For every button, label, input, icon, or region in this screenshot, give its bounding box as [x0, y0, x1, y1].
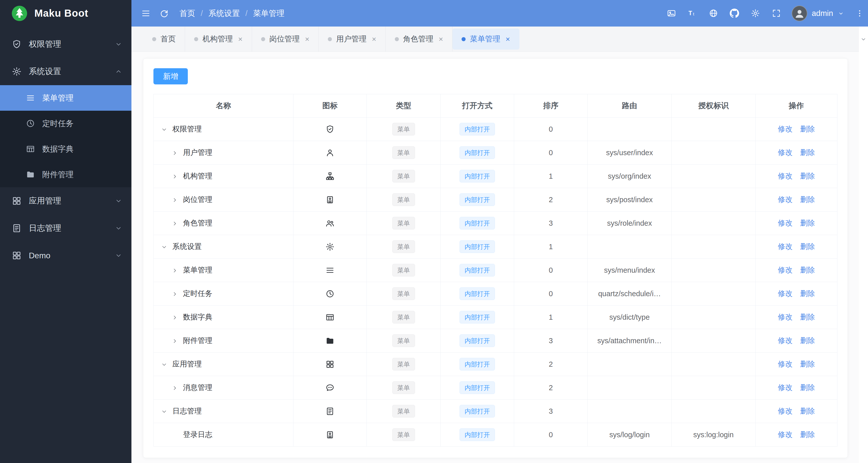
delete-link[interactable]: 删除: [800, 407, 815, 415]
edit-link[interactable]: 修改: [778, 383, 793, 392]
delete-link[interactable]: 删除: [800, 195, 815, 204]
edit-link[interactable]: 修改: [778, 407, 793, 415]
breadcrumb-item[interactable]: 首页: [180, 8, 195, 19]
screenshot-icon[interactable]: [667, 9, 676, 18]
auth-value: [672, 235, 755, 258]
open-type-tag: 内部打开: [460, 428, 495, 441]
tab[interactable]: 角色管理 ×: [386, 27, 453, 52]
route-value: [588, 400, 672, 423]
tab[interactable]: 用户管理 ×: [319, 27, 386, 52]
expand-icon[interactable]: [172, 385, 183, 392]
edit-link[interactable]: 修改: [778, 336, 793, 344]
right-rail: [859, 27, 868, 463]
add-button[interactable]: 新增: [153, 68, 188, 84]
expand-icon[interactable]: [161, 126, 173, 133]
expand-icon[interactable]: [161, 361, 173, 368]
route-value: [588, 118, 672, 141]
delete-link[interactable]: 删除: [800, 383, 815, 392]
edit-link[interactable]: 修改: [778, 360, 793, 368]
sidebar-subitem-label: 数据字典: [42, 144, 131, 154]
tab-close-icon[interactable]: ×: [238, 35, 243, 43]
collapse-sidebar-icon[interactable]: [141, 9, 151, 18]
sidebar-item[interactable]: 应用管理: [0, 187, 131, 215]
refresh-icon[interactable]: [159, 9, 169, 18]
edit-link[interactable]: 修改: [778, 172, 793, 180]
delete-link[interactable]: 删除: [800, 266, 815, 274]
table-row: 数据字典 菜单 内部打开 1 sys/dict/type 修改删除: [154, 306, 837, 329]
delete-link[interactable]: 删除: [800, 289, 815, 298]
edit-link[interactable]: 修改: [778, 430, 793, 438]
route-value: quartz/schedule/i…: [588, 282, 672, 306]
edit-link[interactable]: 修改: [778, 148, 793, 156]
tab[interactable]: 菜单管理 ×: [453, 29, 520, 50]
delete-link[interactable]: 删除: [800, 313, 815, 321]
expand-icon[interactable]: [172, 314, 183, 321]
route-value: sys/org/index: [588, 164, 672, 188]
edit-link[interactable]: 修改: [778, 125, 793, 133]
sidebar-item[interactable]: 系统设置: [0, 58, 131, 85]
delete-link[interactable]: 删除: [800, 242, 815, 250]
sidebar-submenu: 菜单管理 定时任务 数据字典 附件管理: [0, 85, 131, 187]
sidebar-menu: 权限管理 系统设置 菜单管理 定时任务 数据字典: [0, 27, 131, 463]
delete-link[interactable]: 删除: [800, 360, 815, 368]
tab-dot-icon: [261, 37, 265, 41]
sidebar-subitem[interactable]: 菜单管理: [0, 85, 131, 111]
language-icon[interactable]: [709, 9, 718, 18]
open-type-tag: 内部打开: [460, 287, 495, 300]
expand-icon[interactable]: [172, 150, 183, 156]
sidebar-subitem[interactable]: 数据字典: [0, 136, 131, 162]
expand-icon[interactable]: [161, 408, 173, 415]
post-icon: [325, 430, 335, 439]
sidebar-item[interactable]: 权限管理: [0, 31, 131, 58]
expand-icon[interactable]: [172, 220, 183, 227]
expand-icon[interactable]: [172, 267, 183, 274]
table-row: 系统设置 菜单 内部打开 1 修改删除: [154, 235, 837, 258]
table-row: 定时任务 菜单 内部打开 0 quartz/schedule/i… 修改删除: [154, 282, 837, 306]
edit-link[interactable]: 修改: [778, 219, 793, 227]
delete-link[interactable]: 删除: [800, 148, 815, 156]
user-menu[interactable]: admin: [792, 5, 844, 21]
column-header: 类型: [367, 94, 441, 118]
edit-link[interactable]: 修改: [778, 266, 793, 274]
sidebar-subitem-label: 附件管理: [42, 169, 131, 180]
tab-close-icon[interactable]: ×: [305, 35, 310, 43]
type-tag: 菜单: [392, 287, 415, 300]
tab[interactable]: 机构管理 ×: [185, 27, 252, 52]
sidebar-item[interactable]: Demo: [0, 242, 131, 269]
breadcrumb-item[interactable]: 系统设置: [209, 8, 240, 19]
menu-name: 附件管理: [183, 336, 212, 344]
delete-link[interactable]: 删除: [800, 172, 815, 180]
open-type-tag: 内部打开: [460, 405, 495, 418]
delete-link[interactable]: 删除: [800, 125, 815, 133]
tabs-dropdown-icon[interactable]: [860, 27, 867, 52]
delete-link[interactable]: 删除: [800, 336, 815, 344]
github-icon[interactable]: [730, 9, 739, 18]
delete-link[interactable]: 删除: [800, 430, 815, 438]
expand-icon[interactable]: [172, 290, 183, 298]
expand-icon[interactable]: [172, 197, 183, 204]
more-icon[interactable]: [855, 9, 864, 18]
sidebar-subitem[interactable]: 定时任务: [0, 111, 131, 136]
edit-link[interactable]: 修改: [778, 195, 793, 204]
tab[interactable]: 岗位管理 ×: [252, 27, 319, 52]
log-icon: [325, 407, 335, 416]
header-actions: Tt: [667, 9, 781, 18]
font-size-icon[interactable]: Tt: [688, 9, 697, 18]
tab-close-icon[interactable]: ×: [439, 35, 443, 43]
delete-link[interactable]: 删除: [800, 219, 815, 227]
fullscreen-icon[interactable]: [772, 9, 781, 18]
breadcrumb-separator: /: [201, 9, 203, 18]
edit-link[interactable]: 修改: [778, 289, 793, 298]
expand-icon[interactable]: [161, 244, 173, 250]
tab[interactable]: 首页: [143, 27, 185, 52]
sidebar-subitem[interactable]: 附件管理: [0, 162, 131, 187]
edit-link[interactable]: 修改: [778, 242, 793, 250]
breadcrumb-item[interactable]: 菜单管理: [253, 8, 284, 19]
sidebar-item[interactable]: 日志管理: [0, 215, 131, 242]
tab-close-icon[interactable]: ×: [505, 35, 510, 43]
expand-icon[interactable]: [172, 173, 183, 180]
expand-icon[interactable]: [172, 338, 183, 344]
theme-icon[interactable]: [751, 9, 760, 18]
edit-link[interactable]: 修改: [778, 313, 793, 321]
tab-close-icon[interactable]: ×: [372, 35, 376, 43]
